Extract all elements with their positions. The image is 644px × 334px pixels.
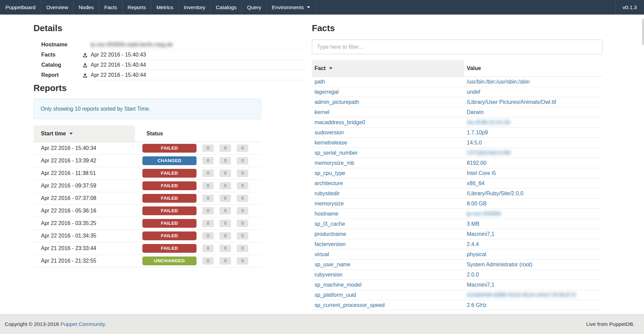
fact-value-link[interactable]: 2.0.0	[467, 272, 479, 277]
report-start-time: Apr 22 2016 - 07:37:08	[33, 192, 135, 205]
fact-name-link[interactable]: sp_cpu_type	[315, 170, 345, 176]
facts-header-value: Value	[464, 60, 602, 77]
fact-name-link[interactable]: productname	[315, 231, 346, 237]
details-title: Details	[33, 23, 304, 33]
fact-value-link[interactable]: /usr/bin:/bin:/usr/sbin:/sbin	[467, 79, 530, 85]
report-count-badge: 0	[237, 257, 248, 265]
fact-row: virtual physical	[312, 249, 602, 260]
fact-value-link[interactable]: Macmini7,1	[467, 231, 495, 237]
fact-name-link[interactable]: hostname	[315, 211, 338, 217]
fact-name-link[interactable]: rubyversion	[315, 272, 343, 277]
fact-value-link[interactable]: 2.4.4	[467, 241, 479, 247]
report-count-badge: 0	[202, 257, 214, 265]
nav-item-facts[interactable]: Facts	[99, 0, 122, 15]
fact-name-link[interactable]: sp_machine_model	[315, 282, 362, 288]
fact-value-link[interactable]: Intel Core i5	[467, 170, 496, 176]
fact-value-link[interactable]: 1.7.10p9	[467, 130, 488, 135]
fact-row: sp_l3_cache 3 MB	[312, 219, 602, 229]
facts-filter-input[interactable]	[312, 40, 602, 54]
facts-sort-header-fact[interactable]: Fact	[312, 60, 464, 77]
fact-value-link[interactable]: /Library/User Pictures/Animals/Owl.tif	[467, 99, 556, 105]
fact-name-link[interactable]: facterversion	[315, 241, 346, 247]
nav-item-metrics[interactable]: Metrics	[151, 0, 179, 15]
nav-item-label: Facts	[104, 4, 117, 10]
fact-name-link[interactable]: lagerregal	[315, 89, 339, 95]
report-count-badge: 0	[220, 220, 231, 227]
fact-value-link[interactable]: 14.5.0	[467, 140, 482, 146]
fact-name-link[interactable]: sp_current_processor_speed	[315, 302, 385, 308]
detail-value: Apr 22 2016 - 15:40:43	[91, 50, 304, 60]
upload-icon	[83, 63, 88, 68]
report-row: Apr 22 2016 - 11:38:51 FAILED 0 0 0	[33, 167, 261, 180]
fact-name-link[interactable]: sp_l3_cache	[315, 221, 345, 227]
fact-name-link[interactable]: memorysize_mb	[315, 160, 354, 166]
fact-name-link[interactable]: memorysize	[315, 201, 344, 206]
nav-item-reports[interactable]: Reports	[122, 0, 151, 15]
page-scrollbar[interactable]	[642, 19, 644, 45]
fact-value-link[interactable]: 2.6 GHz	[467, 302, 487, 308]
puppet-community-link[interactable]: Puppet Community	[61, 321, 105, 327]
fact-value-link[interactable]: undef	[467, 89, 480, 95]
report-count-badge: 0	[237, 195, 248, 202]
fact-name-link[interactable]: admin_picturepath	[315, 99, 359, 105]
fact-value-link[interactable]: Darwin	[467, 109, 484, 115]
reports-table: Start time Status Apr 22 2016 - 15:40:34…	[33, 126, 261, 267]
report-count-badge: 0	[202, 245, 214, 252]
report-status-badge: FAILED	[142, 206, 197, 215]
nav-item-query[interactable]: Query	[242, 0, 267, 15]
fact-value-link[interactable]: x86_64	[467, 180, 485, 186]
nav-item-inventory[interactable]: Inventory	[179, 0, 211, 15]
report-start-time: Apr 22 2016 - 05:36:16	[33, 205, 135, 217]
fact-value-link[interactable]: System Administrator (root)	[467, 262, 532, 267]
fact-row: productname Macmini7,1	[312, 229, 602, 239]
fact-name-link[interactable]: sp_user_name	[315, 262, 350, 267]
fact-name-link[interactable]: sudoversion	[315, 130, 344, 135]
fact-value-link[interactable]: 3 MB	[467, 221, 479, 227]
report-start-time: Apr 22 2016 - 09:37:59	[33, 180, 135, 192]
report-start-time: Apr 22 2016 - 01:34:35	[33, 230, 135, 242]
fact-value-link[interactable]: 3a:c9:86:22:01:00	[467, 119, 510, 125]
nav-brand-puppetboard[interactable]: Puppetboard	[0, 0, 41, 15]
fact-value-link[interactable]: 8.00 GB	[467, 201, 487, 206]
report-status-badge: FAILED	[142, 194, 197, 203]
fact-value-link[interactable]: 8192.00	[467, 160, 486, 166]
fact-name-link[interactable]: kernelrelease	[315, 140, 347, 146]
fact-row: hostname lp-osx-003056	[312, 209, 602, 219]
fact-row: kernel Darwin	[312, 107, 602, 117]
fact-name-link[interactable]: rubysitedir	[315, 191, 340, 196]
detail-row: Facts Apr 22 2016 - 15:40:43	[33, 50, 304, 60]
detail-value: Apr 22 2016 - 15:40:44	[91, 70, 304, 80]
nav-item-catalogs[interactable]: Catalogs	[211, 0, 242, 15]
report-count-badge: 0	[237, 220, 248, 227]
fact-row: rubysitedir /Library/Ruby/Site/2.0.0	[312, 188, 602, 199]
fact-row: architecture x86_64	[312, 178, 602, 188]
detail-row: Report Apr 22 2016 - 15:40:44	[33, 70, 304, 80]
page-footer: Copyright © 2013-2016 Puppet Community. …	[0, 314, 644, 334]
nav-item-environments[interactable]: Environments	[267, 0, 316, 15]
report-status-badge: FAILED	[142, 231, 197, 240]
nav-item-nodes[interactable]: Nodes	[73, 0, 99, 15]
fact-name-link[interactable]: sp_serial_number	[315, 150, 358, 156]
reports-sort-header-start-time[interactable]: Start time	[33, 126, 135, 142]
fact-value-link[interactable]: 41A00A46-60B6-551D-811A-0A0173C9CE72	[467, 292, 576, 298]
detail-row: Catalog Apr 22 2016 - 15:40:44	[33, 60, 304, 70]
details-table: Hostname lp-osx-003056.mpib-berlin.mpg.d…	[33, 40, 304, 80]
reports-section: Reports Only showing 10 reports sorted b…	[33, 83, 261, 267]
nav-item-overview[interactable]: Overview	[41, 0, 74, 15]
fact-value-link[interactable]: lp-osx-003056	[467, 211, 501, 217]
fact-name-link[interactable]: architecture	[315, 180, 343, 186]
fact-name-link[interactable]: macaddress_bridge0	[315, 119, 365, 125]
version-badge: v0.1.3	[615, 0, 644, 15]
fact-name-link[interactable]: kernel	[315, 109, 329, 115]
fact-value-link[interactable]: /Library/Ruby/Site/2.0.0	[467, 191, 523, 196]
report-row: Apr 22 2016 - 07:37:08 FAILED 0 0 0	[33, 192, 261, 205]
upload-icon	[83, 52, 88, 58]
fact-name-link[interactable]: path	[315, 79, 325, 85]
fact-value-link[interactable]: C07QN1A6G1HW	[467, 150, 511, 156]
fact-row: memorysize_mb 8192.00	[312, 158, 602, 168]
detail-value: lp-osx-003056.mpib-berlin.mpg.de	[91, 40, 304, 50]
fact-name-link[interactable]: sp_platform_uuid	[315, 292, 356, 298]
fact-value-link[interactable]: Macmini7,1	[467, 282, 495, 288]
fact-name-link[interactable]: virtual	[315, 251, 329, 257]
fact-value-link[interactable]: physical	[467, 251, 486, 257]
